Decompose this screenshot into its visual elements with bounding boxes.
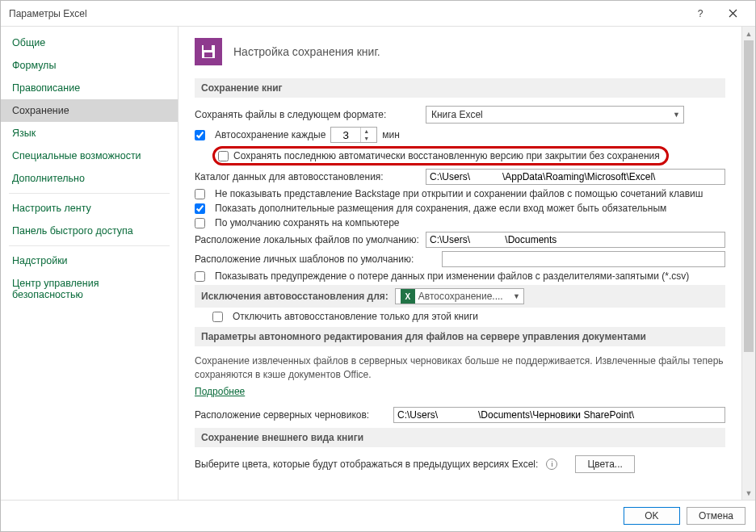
- local-files-label: Расположение локальных файлов по умолчан…: [195, 234, 421, 245]
- save-icon: [195, 38, 222, 65]
- section-offline: Параметры автономного редактирования для…: [195, 327, 725, 346]
- spinner-up[interactable]: ▲: [361, 128, 372, 135]
- sidebar-item-accessibility[interactable]: Специальные возможности: [1, 145, 178, 167]
- no-backstage-checkbox[interactable]: [195, 189, 205, 199]
- sidebar-item-proofing[interactable]: Правописание: [1, 77, 178, 99]
- csv-warning-checkbox[interactable]: [195, 271, 205, 282]
- chevron-down-icon: ▼: [508, 292, 520, 300]
- row-disable-autorecover: Отключить автовосстановление только для …: [212, 311, 725, 322]
- recover-dir-input[interactable]: [426, 169, 725, 185]
- default-computer-label: По умолчанию сохранять на компьютере: [215, 217, 400, 228]
- dialog-footer: OK Отмена: [1, 500, 755, 531]
- row-default-computer: По умолчанию сохранять на компьютере: [195, 217, 725, 228]
- row-templates: Расположение личных шаблонов по умолчани…: [195, 251, 725, 267]
- scroll-up-icon[interactable]: ▲: [742, 27, 755, 40]
- spinner-down[interactable]: ▼: [361, 135, 372, 142]
- section-appearance: Сохранение внешнего вида книги: [195, 428, 725, 447]
- show-additional-checkbox[interactable]: [195, 203, 205, 214]
- info-icon[interactable]: i: [546, 459, 557, 470]
- scroll-down-icon[interactable]: ▼: [742, 486, 755, 500]
- scroll-thumb[interactable]: [744, 40, 754, 352]
- section-autorecover-exc: Исключения автовосстановления для: X Авт…: [195, 285, 725, 308]
- no-backstage-label: Не показывать представление Backstage пр…: [215, 188, 703, 199]
- drafts-input[interactable]: [393, 407, 725, 423]
- sidebar-item-qat[interactable]: Панель быстрого доступа: [1, 220, 178, 242]
- help-button[interactable]: ?: [684, 4, 716, 23]
- vertical-scrollbar[interactable]: ▲ ▼: [741, 27, 755, 500]
- file-format-select[interactable]: Книга Excel ▼: [426, 106, 684, 124]
- titlebar: Параметры Excel ?: [1, 1, 755, 27]
- workbook-name: Автосохранение....: [418, 291, 503, 302]
- row-keep-last: Сохранять последнюю автоматически восста…: [212, 146, 725, 165]
- default-computer-checkbox[interactable]: [195, 218, 205, 228]
- row-show-additional: Показать дополнительные размещения для с…: [195, 203, 725, 214]
- learn-more-link[interactable]: Подробнее: [195, 386, 245, 397]
- sidebar-item-save[interactable]: Сохранение: [1, 99, 178, 122]
- row-file-format: Сохранять файлы в следующем формате: Кни…: [195, 106, 725, 124]
- options-dialog: Параметры Excel ? Общие Формулы Правопис…: [0, 0, 756, 532]
- sidebar-item-trust[interactable]: Центр управления безопасностью: [1, 272, 178, 306]
- sidebar-separator: [9, 245, 170, 246]
- row-csv-warning: Показывать предупреждение о потере данны…: [195, 270, 725, 282]
- ok-button[interactable]: OK: [624, 507, 680, 525]
- scroll-track[interactable]: [742, 40, 755, 486]
- templates-input[interactable]: [442, 251, 725, 267]
- svg-rect-2: [204, 45, 212, 50]
- autosave-checkbox[interactable]: [195, 130, 205, 140]
- page-header: Настройка сохранения книг.: [195, 38, 725, 65]
- content: Настройка сохранения книг. Сохранение кн…: [178, 27, 741, 500]
- row-drafts: Расположение серверных черновиков:: [195, 407, 725, 423]
- disable-autorecover-label: Отключить автовосстановление только для …: [233, 311, 478, 322]
- sidebar-separator: [9, 193, 170, 194]
- keep-last-checkbox[interactable]: [218, 151, 229, 161]
- disable-autorecover-checkbox[interactable]: [212, 312, 223, 322]
- keep-last-label: Сохранять последнюю автоматически восста…: [233, 150, 660, 161]
- page-title: Настройка сохранения книг.: [233, 45, 380, 58]
- close-icon: [729, 9, 737, 18]
- row-no-backstage: Не показывать представление Backstage пр…: [195, 188, 725, 199]
- file-format-label: Сохранять файлы в следующем формате:: [195, 109, 421, 120]
- csv-warning-label: Показывать предупреждение о потере данны…: [215, 270, 689, 282]
- row-autosave: Автосохранение каждые ▲ ▼ мин: [195, 127, 725, 143]
- offline-text: Сохранение извлеченных файлов в серверны…: [195, 354, 725, 383]
- close-button[interactable]: [716, 4, 749, 23]
- row-recover-dir: Каталог данных для автовосстановления:: [195, 169, 725, 185]
- highlight-oval: Сохранять последнюю автоматически восста…: [212, 146, 669, 165]
- drafts-label: Расположение серверных черновиков:: [195, 409, 388, 421]
- svg-rect-3: [204, 52, 212, 57]
- content-wrap: Настройка сохранения книг. Сохранение кн…: [178, 27, 755, 500]
- sidebar-item-language[interactable]: Язык: [1, 122, 178, 145]
- sidebar-item-ribbon[interactable]: Настроить ленту: [1, 197, 178, 220]
- sidebar-item-formulas[interactable]: Формулы: [1, 54, 178, 77]
- sidebar-item-advanced[interactable]: Дополнительно: [1, 167, 178, 190]
- recover-dir-label: Каталог данных для автовосстановления:: [195, 171, 421, 182]
- window-title: Параметры Excel: [9, 8, 684, 19]
- sidebar-item-addins[interactable]: Надстройки: [1, 249, 178, 272]
- dialog-body: Общие Формулы Правописание Сохранение Яз…: [1, 27, 755, 500]
- sidebar: Общие Формулы Правописание Сохранение Яз…: [1, 27, 178, 500]
- templates-label: Расположение личных шаблонов по умолчани…: [195, 253, 437, 265]
- minutes-unit: мин: [382, 129, 400, 140]
- chevron-down-icon: ▼: [668, 111, 680, 119]
- excel-icon: X: [401, 289, 415, 304]
- row-colors: Выберите цвета, которые будут отображать…: [195, 455, 725, 473]
- local-files-input[interactable]: [426, 232, 725, 248]
- autosave-minutes-input[interactable]: [331, 128, 360, 142]
- sidebar-item-general[interactable]: Общие: [1, 31, 178, 54]
- autosave-minutes-spinner[interactable]: ▲ ▼: [330, 127, 377, 143]
- cancel-button[interactable]: Отмена: [687, 507, 746, 525]
- show-additional-label: Показать дополнительные размещения для с…: [215, 203, 666, 214]
- file-format-value: Книга Excel: [431, 109, 483, 120]
- autosave-label: Автосохранение каждые: [215, 129, 326, 140]
- autorecover-exc-label: Исключения автовосстановления для:: [201, 291, 388, 302]
- row-local-files: Расположение локальных файлов по умолчан…: [195, 232, 725, 248]
- workbook-select[interactable]: X Автосохранение.... ▼: [395, 288, 524, 304]
- section-save-books: Сохранение книг: [195, 78, 725, 98]
- colors-label: Выберите цвета, которые будут отображать…: [195, 459, 538, 470]
- colors-button[interactable]: Цвета...: [575, 455, 634, 473]
